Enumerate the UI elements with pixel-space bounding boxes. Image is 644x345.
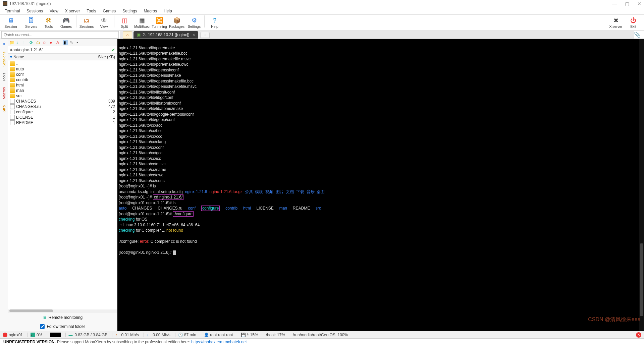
terminal-icon[interactable]: ▪ <box>76 40 81 45</box>
collapse-icon[interactable]: « <box>3 41 5 46</box>
session-tab[interactable]: ▣ 2. 192.168.10.31 ([nginx]) × <box>133 31 198 39</box>
file-row[interactable]: configure2 <box>8 109 117 115</box>
servers-icon: 🗄 <box>28 17 35 24</box>
file-row[interactable]: conf <box>8 72 117 77</box>
toolbar-x-server[interactable]: ✖X server <box>607 15 625 30</box>
delete-icon[interactable]: ● <box>50 40 54 45</box>
disk-icon: 💾 <box>241 333 246 337</box>
minimize-button[interactable]: — <box>612 1 617 6</box>
sort-icon[interactable]: ▾ <box>10 55 12 59</box>
toolbar-help[interactable]: ?Help <box>206 15 223 30</box>
sb-host: nginx01 <box>3 333 23 337</box>
side-tab-sftp[interactable]: Sftp <box>1 105 7 113</box>
toolbar-split[interactable]: ◫Split <box>116 15 133 30</box>
panel-bottom: 🖥 Remote monitoring Follow terminal fold… <box>8 309 117 331</box>
home-icon: ⌂ <box>126 33 128 37</box>
user-icon: 👤 <box>204 333 209 337</box>
follow-checkbox[interactable] <box>40 324 45 329</box>
file-row[interactable]: CHANGES309 <box>8 99 117 104</box>
menu-games[interactable]: Games <box>100 8 119 14</box>
sb-disk3: /run/media/root/CentOS: 100% <box>290 333 348 337</box>
view-icon: 👁 <box>100 17 108 24</box>
footer-link[interactable]: https://mobaxterm.mobatek.net <box>191 340 247 344</box>
file-header[interactable]: ▾ Name Size (KB) <box>8 54 117 60</box>
multiexec-icon: ▦ <box>138 17 146 24</box>
sb-alert-icon[interactable]: ✕ <box>636 332 641 338</box>
toolbar-packages[interactable]: 📦Packages <box>168 15 185 30</box>
tab-title: 192.168.10.31 ([nginx]) <box>148 33 189 37</box>
file-row[interactable]: man <box>8 88 117 93</box>
sb-cpu: ▪0% <box>28 333 42 337</box>
toolbar-view[interactable]: 👁View <box>95 15 113 30</box>
col-name[interactable]: Name <box>13 55 95 59</box>
footer-text: - Please support MobaXterm by subscribin… <box>55 340 190 344</box>
file-row[interactable]: src <box>8 93 117 99</box>
side-tab-tools[interactable]: Tools <box>1 72 7 82</box>
packages-icon: 📦 <box>173 17 180 24</box>
stop-icon[interactable]: ⦸ <box>43 40 48 45</box>
menu-sessions[interactable]: Sessions <box>23 8 46 14</box>
home-tab[interactable]: ⌂ <box>123 31 132 39</box>
toolbar-multiexec[interactable]: ▦MultiExec <box>133 15 151 30</box>
file-row[interactable]: html <box>8 82 117 88</box>
toolbar-tunneling[interactable]: 🔀Tunneling <box>151 15 168 30</box>
maximize-button[interactable]: ▢ <box>625 1 629 6</box>
download-icon[interactable]: ↓ <box>16 40 21 45</box>
footer-bold: UNREGISTERED VERSION <box>3 340 55 344</box>
menu-help[interactable]: Help <box>160 8 175 14</box>
toolbar-session[interactable]: 🖥Session <box>2 15 19 30</box>
folder-icon[interactable]: 🗀 <box>36 40 41 45</box>
toolbar-tools[interactable]: 🛠Tools <box>40 15 57 30</box>
menu-tools[interactable]: Tools <box>84 8 100 14</box>
file-row[interactable]: .. <box>8 61 117 66</box>
new-folder-icon[interactable]: 📁 <box>9 40 14 45</box>
file-row[interactable]: README1 <box>8 120 117 125</box>
main-toolbar: 🖥Session🗄Servers🛠Tools🎮Games🗂Sessions👁Vi… <box>0 15 644 31</box>
path-bar: ✔ <box>8 46 117 54</box>
new-tab-button[interactable]: ◦ <box>200 32 210 38</box>
highlight-icon[interactable]: ▮ <box>63 40 68 45</box>
side-tab-macros[interactable]: Macros <box>1 87 7 100</box>
edit-icon[interactable]: ✎ <box>70 40 74 45</box>
sb-proc <box>47 333 61 337</box>
file-row[interactable]: auto <box>8 66 117 72</box>
upload-icon[interactable]: ↑ <box>23 40 28 45</box>
col-size[interactable]: Size (KB) <box>95 55 115 59</box>
file-row[interactable]: CHANGES.ru472 <box>8 104 117 109</box>
split-icon: ◫ <box>121 17 128 24</box>
sftp-panel: 📁 ↓ ↑ ⟳ 🗀 ⦸ ● A ▮ ✎ ▪ ✔ ▾ Name Size (KB)… <box>8 39 117 331</box>
ram-icon: ▬ <box>68 333 73 337</box>
menu-terminal[interactable]: Terminal <box>1 8 23 14</box>
file-icon <box>10 99 15 104</box>
toolbar-sessions[interactable]: 🗂Sessions <box>78 15 95 30</box>
folder-icon <box>10 88 15 93</box>
folder-icon <box>10 72 15 77</box>
tools-icon: 🛠 <box>45 17 52 24</box>
menu-macros[interactable]: Macros <box>141 8 160 14</box>
menu-view[interactable]: View <box>46 8 62 14</box>
attach-icon[interactable]: 📎 <box>634 32 641 38</box>
menu-settings[interactable]: Settings <box>119 8 140 14</box>
path-input[interactable] <box>8 47 110 53</box>
close-button[interactable]: ✕ <box>637 1 641 6</box>
up-icon: ↑ <box>115 333 120 337</box>
down-icon: ↓ <box>147 333 151 337</box>
quick-connect-input[interactable] <box>1 31 119 39</box>
remote-monitoring-button[interactable]: 🖥 Remote monitoring <box>8 313 117 322</box>
quick-connect-row: ⌂ ▣ 2. 192.168.10.31 ([nginx]) × ◦ 📎 <box>0 31 644 39</box>
toolbar-games[interactable]: 🎮Games <box>57 15 75 30</box>
toolbar-settings[interactable]: ⚙Settings <box>185 15 203 30</box>
text-icon[interactable]: A <box>56 40 61 45</box>
toolbar-exit[interactable]: ⏻Exit <box>625 15 642 30</box>
terminal-scrollbar[interactable] <box>639 39 644 331</box>
hscrollbar[interactable] <box>8 309 117 313</box>
svg-rect-1 <box>3 2 7 5</box>
side-tab-sessions[interactable]: Sessions <box>1 51 7 67</box>
refresh-icon[interactable]: ⟳ <box>30 40 34 45</box>
tab-close-icon[interactable]: × <box>193 33 195 37</box>
file-row[interactable]: contrib <box>8 77 117 82</box>
terminal[interactable]: nginx-1.21.6/auto/lib/pcre/make nginx-1.… <box>117 39 644 331</box>
menu-x-server[interactable]: X server <box>62 8 84 14</box>
toolbar-servers[interactable]: 🗄Servers <box>22 15 40 30</box>
file-row[interactable]: LICENSE1 <box>8 115 117 120</box>
